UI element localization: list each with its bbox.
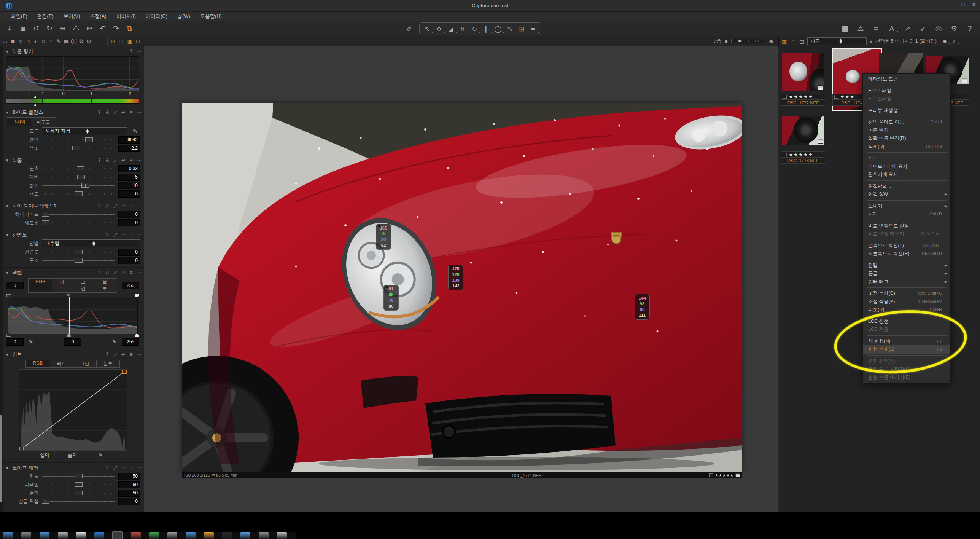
expand-icon[interactable]: ⤢ <box>113 203 118 209</box>
expand-icon[interactable]: ⤢ <box>113 157 118 163</box>
draw-mask-tool-icon[interactable]: ✎▾ <box>505 23 514 35</box>
collapse-caret-icon[interactable]: ▼ <box>5 204 9 208</box>
curve-editor[interactable] <box>19 369 127 451</box>
highlight-knob[interactable] <box>42 212 49 217</box>
star-rating[interactable]: ★★★★★ <box>789 152 813 157</box>
auto-adjust-icon[interactable]: A <box>105 203 110 209</box>
color-knob[interactable] <box>75 491 83 495</box>
tint-knob[interactable] <box>72 146 80 150</box>
taskbar-app-4[interactable] <box>76 532 86 539</box>
exposure-meter-marker[interactable] <box>34 104 36 106</box>
more-icon[interactable]: ⋯ <box>137 109 142 115</box>
sort-select[interactable]: 이름 ▲▼ <box>807 37 867 45</box>
brightness-slider[interactable] <box>42 183 115 188</box>
help-icon[interactable]: ? <box>965 22 975 34</box>
help-icon[interactable]: ? <box>129 48 134 54</box>
help-icon[interactable]: ? <box>105 351 110 357</box>
auto-adjust-icon[interactable]: A <box>105 109 110 115</box>
taskbar-app-3[interactable] <box>58 532 68 539</box>
tab-settings-icon[interactable]: ⚙ <box>78 36 85 46</box>
kelvin-knob[interactable] <box>85 137 93 142</box>
kelvin-slider[interactable] <box>42 137 115 142</box>
menu-7[interactable]: 도움말(H) <box>195 13 227 20</box>
crop-tool-icon[interactable]: ⌗▾ <box>458 23 467 35</box>
search-icon[interactable]: ⌕▾ <box>951 37 958 46</box>
proof-profile-icon[interactable]: A▾ <box>887 22 897 34</box>
undo-icon[interactable]: ↶ <box>98 22 108 34</box>
expand-icon[interactable]: ⤢ <box>113 232 118 238</box>
sort-direction-icon[interactable]: ▲ <box>869 39 873 43</box>
tab-RGB[interactable]: RGB <box>25 360 50 368</box>
expand-icon[interactable]: ⤢ <box>113 351 118 357</box>
expand-icon[interactable]: ⤢ <box>113 465 118 471</box>
shadow-slider[interactable] <box>42 220 115 225</box>
styles-brush-icon[interactable]: ✐ <box>404 23 414 35</box>
color-slider[interactable] <box>42 490 115 496</box>
context-menu-item[interactable]: 정렬▶ <box>863 262 950 270</box>
context-menu-item[interactable]: 조정 복사(C)Ctrl+Shift+C <box>863 289 950 298</box>
presets-icon[interactable]: ≡ <box>129 109 134 115</box>
presets-icon[interactable]: ≡ <box>129 232 134 238</box>
context-menu-item[interactable]: 이름 변경 <box>863 126 950 135</box>
tab-color-icon[interactable]: ⊛ <box>17 36 24 46</box>
saturation-value[interactable]: 0 <box>118 190 140 198</box>
exposure-knob[interactable] <box>77 166 84 171</box>
tab-lens-icon[interactable]: ◐ <box>32 36 40 46</box>
presets-icon[interactable]: ≡ <box>129 351 134 357</box>
clarity-amount-knob[interactable] <box>75 250 83 254</box>
redo-icon[interactable]: ↷ <box>111 22 121 34</box>
tab-capture-icon[interactable]: ◙ <box>9 36 17 46</box>
pick-checkbox[interactable] <box>834 95 838 99</box>
tab-그린[interactable]: 그린 <box>73 360 97 368</box>
help-icon[interactable]: ? <box>97 157 102 163</box>
zoom-slider[interactable] <box>731 39 765 43</box>
single-pixel-knob[interactable] <box>42 499 49 504</box>
more-icon[interactable]: ⋯ <box>137 157 142 163</box>
kelvin-value[interactable]: 6042 <box>118 136 140 144</box>
detail-slider[interactable] <box>42 482 115 487</box>
help-icon[interactable]: ? <box>105 232 110 238</box>
highlight-slider[interactable] <box>42 212 115 217</box>
rotate-tool-icon[interactable]: ↻▾ <box>470 23 479 35</box>
context-menu-item[interactable]: 메타정보 로딩 <box>863 75 950 83</box>
context-menu-item[interactable]: 컬러 태그▶ <box>863 278 950 286</box>
color-value[interactable]: 50 <box>118 490 140 497</box>
collapse-caret-icon[interactable]: ▼ <box>5 352 9 357</box>
grid-overlay-icon[interactable]: ⌗ <box>871 22 881 34</box>
structure-knob[interactable] <box>75 258 83 263</box>
context-menu-item[interactable]: 오른쪽으로 회전(R)Ctrl+Alt+R <box>863 250 950 258</box>
context-menu-item[interactable]: 편집방법... <box>863 182 950 191</box>
straighten-tool-icon[interactable]: ∥▾ <box>482 23 491 35</box>
tab-그린[interactable]: 그린 <box>74 278 96 293</box>
context-menu-item[interactable]: 처리Ctrl+D <box>863 210 950 218</box>
tab-process-icon[interactable]: ⚙ <box>85 36 93 46</box>
taskbar-app-15[interactable] <box>277 532 287 539</box>
context-menu-item[interactable]: 조정 적용(P)Ctrl+Shift+V <box>863 298 950 306</box>
settings-icon[interactable]: ⚙ <box>949 22 959 34</box>
menu-3[interactable]: 조정(A) <box>85 13 111 20</box>
help-icon[interactable]: ? <box>97 109 102 115</box>
pan-tool-icon[interactable]: ✥▾ <box>434 23 444 35</box>
undo-all-icon[interactable]: ↩ <box>84 22 94 34</box>
context-menu-item[interactable]: 선택 폴더로 이동Ctrl+J <box>863 118 950 126</box>
taskbar-app-5[interactable] <box>94 532 104 539</box>
pick-checkbox[interactable] <box>783 95 787 99</box>
full-screen-icon[interactable]: ↗ <box>902 22 912 34</box>
erase-annotation-tool-icon[interactable]: ✒▾ <box>529 23 538 35</box>
list-view-icon[interactable]: ≡ <box>789 37 797 46</box>
tab-블루[interactable]: 블루 <box>95 278 117 293</box>
taskbar-app-7[interactable] <box>131 532 141 539</box>
saturation-knob[interactable] <box>75 191 83 196</box>
shadow-value[interactable]: 0 <box>118 219 140 226</box>
spot-tool-icon[interactable]: ◯▾ <box>493 23 503 35</box>
collapse-caret-icon[interactable]: ▼ <box>5 271 9 275</box>
detail-knob[interactable] <box>75 482 83 487</box>
contrast-value[interactable]: 5 <box>118 174 140 181</box>
tab-details-icon[interactable]: ◌ <box>47 36 55 46</box>
brightness-value[interactable]: 10 <box>118 182 140 189</box>
wb-mode-select[interactable]: 사용자 지정 ▲▼ <box>42 127 127 135</box>
zoom-out-person-icon[interactable]: ☻ <box>724 35 729 47</box>
rotate-cw-icon[interactable]: ↻ <box>45 22 54 34</box>
collapse-caret-icon[interactable]: ▼ <box>5 110 9 115</box>
context-menu-item[interactable]: 등급▶ <box>863 270 950 278</box>
